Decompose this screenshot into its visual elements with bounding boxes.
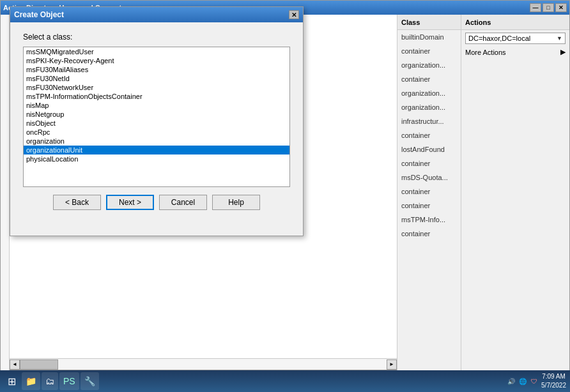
- start-icon: ⊞: [8, 375, 16, 388]
- clock-date: 5/7/2022: [541, 381, 566, 390]
- list-item-0[interactable]: msSMQMigratedUser: [24, 47, 289, 56]
- class-item-3: organization...: [397, 58, 461, 72]
- shield-icon: 🛡: [530, 377, 539, 386]
- taskbar-right: 🔊 🌐 🛡 7:09 AM 5/7/2022: [507, 372, 570, 390]
- taskbar: ⊞ 📁 🗂 PS 🔧 🔊 🌐 🛡 7:09 AM 5/7/2022: [0, 370, 570, 392]
- folder-icon: 🗂: [45, 376, 54, 386]
- tool-icon: 🔧: [84, 376, 95, 386]
- dialog-content: Select a class: msSMQMigratedUser msPKI-…: [10, 22, 303, 236]
- class-item-13: container: [397, 199, 461, 213]
- start-button[interactable]: ⊞: [3, 372, 20, 390]
- bottom-scrollbar: ◄ ►: [10, 358, 397, 370]
- system-clock[interactable]: 7:09 AM 5/7/2022: [541, 372, 566, 390]
- class-item-11: msDS-Quota...: [397, 170, 461, 185]
- class-item-14: msTPM-Info...: [397, 213, 461, 227]
- scroll-track[interactable]: [20, 359, 387, 370]
- list-item-4[interactable]: msFU30NetworkUser: [24, 83, 289, 92]
- class-item-7: infrastructur...: [397, 114, 461, 128]
- list-item-3[interactable]: msFU30NetId: [24, 74, 289, 83]
- dialog-class-label: Select a class:: [23, 33, 290, 41]
- dialog-close-button[interactable]: ✕: [289, 10, 299, 19]
- help-button[interactable]: Help: [212, 195, 260, 210]
- cancel-button[interactable]: Cancel: [159, 195, 207, 210]
- taskbar-app-terminal[interactable]: PS: [59, 372, 79, 390]
- explorer-icon: 📁: [26, 376, 36, 386]
- actions-dropdown-label: DC=haxor,DC=local: [468, 34, 530, 42]
- class-item-4: container: [397, 72, 461, 86]
- class-item-2: container: [397, 44, 461, 58]
- class-item-8: container: [397, 128, 461, 142]
- class-panel: Class builtinDomain container organizati…: [397, 15, 461, 371]
- clock-time: 7:09 AM: [541, 372, 566, 381]
- system-tray: 🔊 🌐 🛡: [507, 377, 539, 386]
- taskbar-app-explorer[interactable]: 📁: [22, 372, 40, 390]
- list-item-12[interactable]: physicalLocation: [24, 155, 289, 163]
- scroll-left-button[interactable]: ◄: [10, 359, 20, 370]
- more-actions-label: More Actions: [465, 49, 506, 56]
- class-item-9: lostAndFound: [397, 142, 461, 156]
- list-item-7[interactable]: nisNetgroup: [24, 110, 289, 119]
- back-button[interactable]: < Back: [53, 195, 101, 210]
- minimize-button[interactable]: —: [530, 3, 541, 12]
- taskbar-left: ⊞ 📁 🗂 PS 🔧: [0, 372, 99, 390]
- list-item-6[interactable]: nisMap: [24, 101, 289, 110]
- list-item-8[interactable]: nisObject: [24, 119, 289, 128]
- close-button[interactable]: ✕: [555, 3, 567, 12]
- dropdown-arrow-icon: ▼: [557, 35, 562, 41]
- list-item-11[interactable]: organizationalUnit: [24, 146, 289, 155]
- list-item-5[interactable]: msTPM-InformationObjectsContainer: [24, 92, 289, 101]
- create-object-dialog: Create Object ✕ Select a class: msSMQMig…: [10, 6, 304, 236]
- terminal-icon: PS: [63, 376, 75, 386]
- class-item-5: organization...: [397, 86, 461, 100]
- scroll-right-button[interactable]: ►: [387, 359, 397, 370]
- sidebar: [1, 15, 10, 371]
- titlebar-buttons: — □ ✕: [530, 3, 567, 12]
- actions-dropdown[interactable]: DC=haxor,DC=local ▼: [465, 33, 566, 44]
- more-actions-arrow-icon: ▶: [560, 48, 566, 56]
- class-listbox[interactable]: msSMQMigratedUser msPKI-Key-Recovery-Age…: [24, 47, 289, 186]
- list-item-10[interactable]: organization: [24, 137, 289, 146]
- more-actions-item[interactable]: More Actions ▶: [461, 47, 569, 57]
- network-icon: 🌐: [518, 377, 527, 386]
- taskbar-app-tool[interactable]: 🔧: [81, 372, 99, 390]
- class-item-1: builtinDomain: [397, 30, 461, 44]
- class-item-10: container: [397, 156, 461, 170]
- list-item-1[interactable]: msPKI-Key-Recovery-Agent: [24, 56, 289, 65]
- dialog-title: Create Object: [14, 10, 64, 19]
- list-item-9[interactable]: oncRpc: [24, 128, 289, 137]
- actions-panel-header: Actions: [461, 15, 569, 30]
- actions-panel: Actions DC=haxor,DC=local ▼ More Actions…: [461, 15, 569, 371]
- right-panel: Class builtinDomain container organizati…: [397, 15, 569, 371]
- taskbar-app-folder[interactable]: 🗂: [42, 372, 58, 390]
- dialog-buttons: < Back Next > Cancel Help: [23, 195, 290, 210]
- next-button[interactable]: Next >: [106, 195, 154, 210]
- scroll-thumb[interactable]: [20, 359, 58, 370]
- class-listbox-container: msSMQMigratedUser msPKI-Key-Recovery-Age…: [23, 47, 290, 187]
- class-item-12: container: [397, 185, 461, 199]
- class-item-6: organization...: [397, 100, 461, 114]
- class-item-15: container: [397, 227, 461, 241]
- dialog-titlebar: Create Object ✕: [10, 7, 303, 22]
- class-panel-header: Class: [397, 15, 461, 30]
- speaker-icon: 🔊: [507, 377, 516, 386]
- list-item-2[interactable]: msFU30MailAliases: [24, 65, 289, 74]
- maximize-button[interactable]: □: [543, 3, 554, 12]
